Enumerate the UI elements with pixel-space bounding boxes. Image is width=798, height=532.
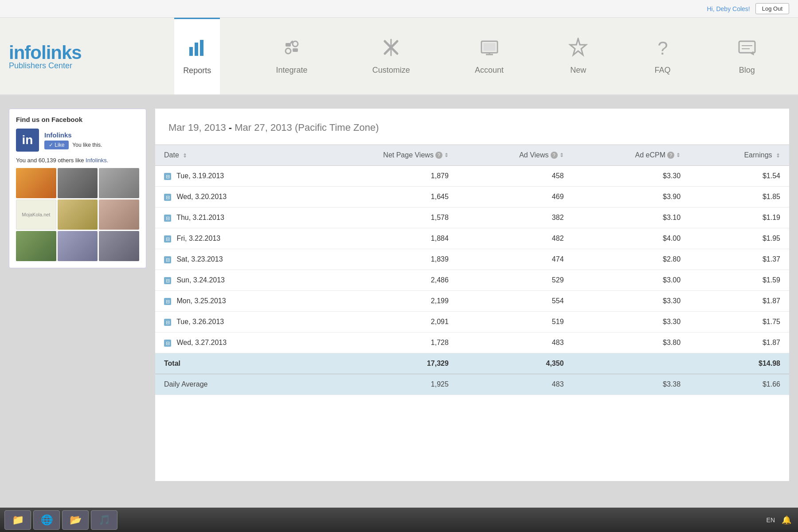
table-row: ⊟ Wed, 3.27.2013 1,728 483 $3.80 $1.87 [155,332,789,353]
avg-net-page-views: 1,925 [304,374,458,395]
facebook-photo-3 [99,168,139,198]
facebook-photo-5 [58,200,98,230]
svg-rect-12 [483,43,496,51]
nav-item-integrate[interactable]: Integrate [267,18,316,94]
th-ad-views[interactable]: Ad Views ? ⇕ [458,145,573,166]
table-footer: Total 17,329 4,350 $14.98 Daily Average … [155,353,789,395]
blog-icon [737,38,757,61]
logout-button[interactable]: Log Out [755,3,789,14]
expand-icon-6[interactable]: ⊟ [164,298,171,305]
cell-date-2: ⊟ Thu, 3.21.2013 [155,207,304,228]
expand-icon-4[interactable]: ⊟ [164,256,171,263]
help-net-page-views-icon[interactable]: ? [435,152,442,159]
th-date[interactable]: Date ⇕ [155,145,304,166]
expand-icon-7[interactable]: ⊟ [164,319,171,326]
integrate-icon [282,38,301,61]
th-ad-ecpm[interactable]: Ad eCPM ? ⇕ [573,145,690,166]
taskbar-folder-button[interactable]: 📁 [4,510,31,530]
main-wrapper: Find us on Facebook in Infolinks ✓ Like … [0,95,798,494]
average-row: Daily Average 1,925 483 $3.38 $1.66 [155,374,789,395]
cell-av-3: 482 [458,228,573,249]
avg-earnings: $1.66 [689,374,789,395]
taskbar-chrome-button[interactable]: 🌐 [33,510,60,530]
cell-earn-6: $1.87 [689,291,789,312]
content-area: Mar 19, 2013 - Mar 27, 2013 (Pacific Tim… [155,109,789,481]
timezone-text: (Pacific Time Zone) [295,122,379,133]
cell-date-5: ⊟ Sun, 3.24.2013 [155,270,304,291]
table-row: ⊟ Mon, 3.25.2013 2,199 554 $3.30 $1.87 [155,291,789,312]
sort-earnings-icon[interactable]: ⇕ [776,153,780,159]
sort-npv-icon[interactable]: ⇕ [444,152,449,158]
nav-item-reports[interactable]: Reports [174,18,220,94]
svg-text:?: ? [657,38,668,57]
cell-ecpm-8: $3.80 [573,332,690,353]
faq-icon: ? [653,38,673,61]
th-net-page-views[interactable]: Net Page Views ? ⇕ [304,145,458,166]
facebook-page-link[interactable]: Infolinks. [86,157,108,164]
cell-earn-5: $1.59 [689,270,789,291]
facebook-photo-1 [16,168,56,198]
nav-item-customize[interactable]: Customize [364,18,419,94]
sort-ecpm-icon[interactable]: ⇕ [676,152,681,158]
cell-date-3: ⊟ Fri, 3.22.2013 [155,228,304,249]
svg-rect-2 [200,40,203,56]
cell-earn-2: $1.19 [689,207,789,228]
cell-date-4: ⊟ Sat, 3.23.2013 [155,249,304,270]
cell-earn-1: $1.85 [689,187,789,207]
total-label: Total [155,353,304,374]
table-body: ⊟ Tue, 3.19.2013 1,879 458 $3.30 $1.54 ⊟… [155,166,789,353]
help-ad-views-icon[interactable]: ? [551,152,558,159]
total-earnings: $14.98 [689,353,789,374]
nav-item-account[interactable]: Account [466,18,512,94]
facebook-photo-4: MojaKola.net [16,200,56,230]
avg-label: Daily Average [155,374,304,395]
cell-ecpm-6: $3.30 [573,291,690,312]
taskbar-files-button[interactable]: 📂 [62,510,89,530]
table-row: ⊟ Fri, 3.22.2013 1,884 482 $4.00 $1.95 [155,228,789,249]
table-header: Date ⇕ Net Page Views ? ⇕ Ad Views [155,145,789,166]
nav-label-reports: Reports [183,66,211,75]
taskbar-files-icon: 📂 [70,514,82,526]
expand-icon-1[interactable]: ⊟ [164,194,171,201]
nav-item-new[interactable]: New [559,18,597,94]
sort-date-icon[interactable]: ⇕ [183,153,187,159]
expand-icon-8[interactable]: ⊟ [164,340,171,347]
expand-icon-0[interactable]: ⊟ [164,173,171,180]
taskbar-audio-button[interactable]: 🎵 [91,510,117,530]
th-earnings[interactable]: Earnings ⇕ [689,145,789,166]
cell-av-6: 554 [458,291,573,312]
avg-ad-ecpm: $3.38 [573,374,690,395]
cell-av-1: 469 [458,187,573,207]
facebook-photo-9 [99,231,139,261]
svg-rect-0 [189,47,193,56]
cell-earn-3: $1.95 [689,228,789,249]
nav-item-blog[interactable]: Blog [728,18,766,94]
nav-item-faq[interactable]: ? FAQ [644,18,681,94]
cell-av-7: 519 [458,312,573,332]
cell-earn-8: $1.87 [689,332,789,353]
cell-ecpm-0: $3.30 [573,166,690,187]
greeting-text: Hi, Deby Coles! [707,5,750,12]
svg-marker-15 [570,39,586,55]
help-ad-ecpm-icon[interactable]: ? [667,152,674,159]
facebook-title: Find us on Facebook [16,116,139,123]
cell-npv-0: 1,879 [304,166,458,187]
logo-text: infolinks [9,42,151,63]
cell-ecpm-4: $2.80 [573,249,690,270]
facebook-photo-2 [58,168,98,198]
cell-earn-0: $1.54 [689,166,789,187]
cell-av-8: 483 [458,332,573,353]
cell-earn-7: $1.75 [689,312,789,332]
nav-label-customize: Customize [372,66,410,75]
expand-icon-3[interactable]: ⊟ [164,235,171,243]
facebook-page-name: Infolinks [44,131,102,139]
expand-icon-2[interactable]: ⊟ [164,215,171,222]
account-icon [480,38,499,61]
logo-area: infolinks Publishers Center [9,42,151,70]
sort-av-icon[interactable]: ⇕ [559,152,564,158]
cell-av-5: 529 [458,270,573,291]
expand-icon-5[interactable]: ⊟ [164,277,171,284]
taskbar: 📁 🌐 📂 🎵 EN 🔔 [0,508,798,532]
table-row: ⊟ Sun, 3.24.2013 2,486 529 $3.00 $1.59 [155,270,789,291]
facebook-like-button[interactable]: ✓ Like [44,141,69,149]
